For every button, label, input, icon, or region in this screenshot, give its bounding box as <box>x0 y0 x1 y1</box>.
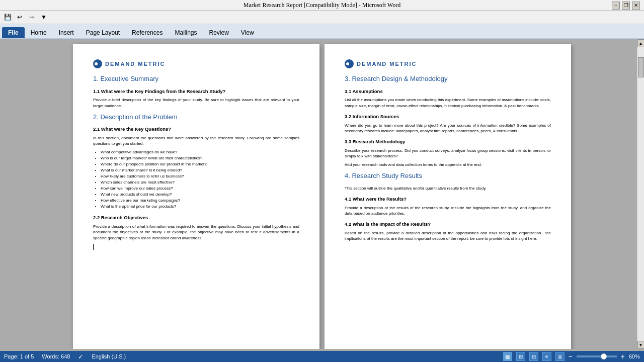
language[interactable]: English (U.S.) <box>92 353 126 359</box>
logo-text-left: Demand Metric <box>105 60 166 68</box>
logo-icon-right <box>345 59 354 68</box>
page-left[interactable]: Demand Metric 1. Executive Summary 1.1 W… <box>73 44 319 349</box>
outline-view-button[interactable]: ≡ <box>542 352 551 361</box>
list-item: What is our market share? Is it being er… <box>101 167 299 173</box>
title-bar: Market Research Report [Compatibility Mo… <box>0 0 644 11</box>
tab-page-layout[interactable]: Page Layout <box>80 27 126 38</box>
customize-button[interactable]: ▼ <box>38 12 49 23</box>
svg-point-1 <box>95 62 98 65</box>
redo-button[interactable]: ↪ <box>26 12 37 23</box>
section4-2-title: 4.2 What is the Impact of the Results? <box>345 221 551 228</box>
section3-1-body: List all the assumptions you made when c… <box>345 97 551 108</box>
section3-1-title: 3.1 Assumptions <box>345 88 551 95</box>
document-area: Demand Metric 1. Executive Summary 1.1 W… <box>0 39 644 349</box>
spell-check-icon[interactable]: ✓ <box>78 353 84 360</box>
tab-view[interactable]: View <box>235 27 260 38</box>
window-controls: − ❐ ✕ <box>612 2 640 10</box>
full-reading-view-button[interactable]: ⊞ <box>516 352 525 361</box>
window-title: Market Research Report [Compatibility Mo… <box>244 2 400 9</box>
tab-file[interactable]: File <box>2 27 25 38</box>
section3-3-body: Describe your research process. Did you … <box>345 148 551 159</box>
section2-1-body: In this section, document the questions … <box>93 135 299 146</box>
tab-references[interactable]: References <box>126 27 169 38</box>
section2-title: 2. Description of the Problem <box>93 113 299 122</box>
tab-insert[interactable]: Insert <box>53 27 80 38</box>
status-right: ▦ ⊞ ⊟ ≡ ≣ − + 60% <box>503 352 640 361</box>
section3-2-body: Where did you go to learn more about thi… <box>345 123 551 134</box>
tab-review[interactable]: Review <box>203 27 234 38</box>
section1-1-title: 1.1 What were the Key Findings from the … <box>93 88 299 95</box>
section4-1-title: 4.1 What were the Results? <box>345 196 551 203</box>
zoom-out-button[interactable]: − <box>569 352 573 360</box>
section4-2-body: Based on the results, provide a detailed… <box>345 230 551 241</box>
scroll-down-button[interactable]: ▼ <box>637 341 645 349</box>
ribbon-tabs: File Home Insert Page Layout References … <box>0 24 644 38</box>
page-right[interactable]: Demand Metric 3. Research Design & Metho… <box>325 44 571 349</box>
text-cursor <box>93 244 94 250</box>
word-count: Words: 648 <box>42 353 70 359</box>
section4-1-body: Provide a description of the results of … <box>345 205 551 216</box>
main-content: Demand Metric 1. Executive Summary 1.1 W… <box>0 39 644 349</box>
svg-point-3 <box>346 62 349 65</box>
logo-text-right: Demand Metric <box>357 60 417 68</box>
list-item: What is the optimal price for our produc… <box>101 204 299 210</box>
section3-title: 3. Research Design & Methodology <box>345 74 551 83</box>
section2-2-body: Provide a description of what informatio… <box>93 224 299 241</box>
section2-1-title: 2.1 What were the Key Questions? <box>93 126 299 133</box>
zoom-in-button[interactable]: + <box>621 352 625 360</box>
undo-button[interactable]: ↩ <box>14 12 25 23</box>
section3-3-title: 3.3 Research Methodology <box>345 139 551 145</box>
scroll-up-button[interactable]: ▲ <box>637 39 645 47</box>
logo-left: Demand Metric <box>93 59 299 68</box>
section3-2-title: 3.2 Information Sources <box>345 114 551 120</box>
section3-3-body2: Add your research tools and data collect… <box>345 162 551 167</box>
draft-view-button[interactable]: ≣ <box>555 352 565 361</box>
pages-container: Demand Metric 1. Executive Summary 1.1 W… <box>0 39 644 349</box>
section2-2-title: 2.2 Research Objectives <box>93 215 299 221</box>
ribbon: File Home Insert Page Layout References … <box>0 24 644 39</box>
zoom-thumb[interactable] <box>601 353 607 359</box>
tab-home[interactable]: Home <box>25 27 53 38</box>
status-bar: Page: 1 of 5 Words: 648 ✓ English (U.S.)… <box>0 351 644 362</box>
list-item: What new products should we develop? <box>101 192 299 198</box>
list-item: How likely are customers to refer us bus… <box>101 173 299 179</box>
list-item: What competitive advantages do we have? <box>101 149 299 155</box>
restore-button[interactable]: ❐ <box>622 2 630 10</box>
quick-access-toolbar: 💾 ↩ ↪ ▼ <box>0 11 644 24</box>
close-button[interactable]: ✕ <box>632 2 640 10</box>
print-layout-view-button[interactable]: ▦ <box>503 352 512 361</box>
section4-title: 4. Research Study Results <box>345 171 551 180</box>
logo-icon-left <box>93 59 102 68</box>
zoom-slider[interactable] <box>577 355 617 357</box>
section1-1-body: Provide a brief description of the key f… <box>93 97 299 108</box>
web-layout-view-button[interactable]: ⊟ <box>529 352 538 361</box>
zoom-level[interactable]: 60% <box>629 353 640 359</box>
minimize-button[interactable]: − <box>612 2 620 10</box>
scroll-track[interactable] <box>637 47 645 341</box>
scroll-thumb[interactable] <box>638 57 644 77</box>
document-wrapper: Demand Metric 1. Executive Summary 1.1 W… <box>0 39 644 349</box>
section1-title: 1. Executive Summary <box>93 74 299 83</box>
vertical-scrollbar[interactable]: ▲ ▼ <box>637 39 644 349</box>
list-item: How effective are our marketing campaign… <box>101 198 299 204</box>
logo-right: Demand Metric <box>345 59 551 68</box>
page-count: Page: 1 of 5 <box>4 353 34 359</box>
save-button[interactable]: 💾 <box>2 12 13 23</box>
bullet-list: What competitive advantages do we have? … <box>101 149 299 210</box>
list-item: How can we improve our sales process? <box>101 186 299 192</box>
list-item: Where do our prospects position our prod… <box>101 161 299 167</box>
list-item: Who is our target market? What are their… <box>101 155 299 161</box>
list-item: Which sales channels are most effective? <box>101 179 299 186</box>
tab-mailings[interactable]: Mailings <box>169 27 203 38</box>
section4-body: This section will outline the qualitativ… <box>345 186 551 191</box>
